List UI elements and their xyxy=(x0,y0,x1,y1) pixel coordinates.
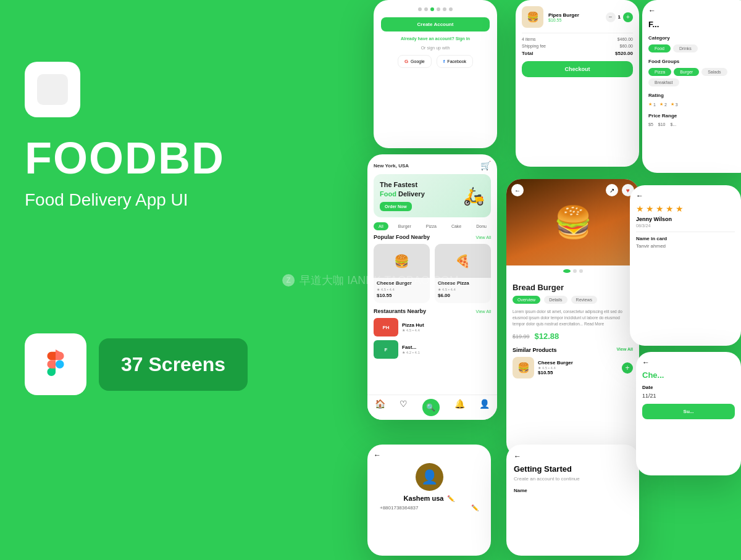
rating-label: Rating xyxy=(648,93,741,98)
google-btn[interactable]: G Google xyxy=(398,55,432,68)
cat-burger[interactable]: Burger xyxy=(393,222,416,230)
dot-5 xyxy=(443,7,446,11)
date-label: Date xyxy=(642,385,735,390)
rating-1[interactable]: ★ 1 xyxy=(648,102,656,107)
product-tabs: Overview Details Reviews xyxy=(513,296,633,304)
nav-home-icon[interactable]: 🏠 xyxy=(375,399,385,416)
cart-divider xyxy=(522,33,633,33)
review-field-label: Name in card xyxy=(636,236,735,241)
branding-section: 🍺 FOODBD Food Delivery App UI 37 Screens xyxy=(25,62,248,395)
cat-donu[interactable]: Donu xyxy=(471,222,492,230)
filter-back-btn[interactable]: ← xyxy=(648,6,741,15)
restaurants-list: PH Pizza Hut ★ 4.5 • 4.4 F Fast... ★ 4.2… xyxy=(367,318,497,366)
chip-salads[interactable]: Salads xyxy=(701,68,727,76)
restaurant-item-1[interactable]: PH Pizza Hut ★ 4.5 • 4.4 xyxy=(374,318,491,336)
hero-text-area: The FastestFood Delivery Order Now xyxy=(380,180,425,211)
cat-all[interactable]: All xyxy=(374,222,388,230)
screen-cart: 🍔 Pipes Burger $10.55 − 1 + 4 items xyxy=(516,0,639,167)
checkout-submit-btn[interactable]: Su... xyxy=(642,404,735,419)
product-back-btn[interactable]: ← xyxy=(511,184,524,196)
product-description: Lorem ipsum dolor sit amet, consectetur … xyxy=(513,309,633,327)
restaurant-item-2[interactable]: F Fast... ★ 4.2 • 4.1 xyxy=(374,340,491,359)
social-buttons: G Google f Facebook xyxy=(381,55,490,68)
chip-food[interactable]: Food xyxy=(648,44,671,52)
price-1: $5 xyxy=(648,122,653,127)
chip-drinks[interactable]: Drinks xyxy=(673,44,698,52)
qty-plus-btn[interactable]: + xyxy=(623,12,633,22)
screen-product: 🍔 ← ↗ ♥ Bread Burger Overview Details Re… xyxy=(506,179,639,457)
cart-icon[interactable]: 🛒 xyxy=(480,161,491,170)
tab-overview[interactable]: Overview xyxy=(513,296,540,304)
signup-dots xyxy=(381,7,490,11)
new-price: $12.88 xyxy=(535,332,559,341)
restaurants-section-header: Restaurants Nearby View All xyxy=(367,308,497,318)
profile-back-btn[interactable]: ← xyxy=(374,451,485,459)
rating-3[interactable]: ★ 3 xyxy=(671,102,678,107)
checkout-back-btn[interactable]: ← xyxy=(642,358,735,367)
price-row: $5 $10 $... xyxy=(648,122,741,127)
cat-pizza[interactable]: Pizza xyxy=(421,222,442,230)
create-account-btn[interactable]: Create Account xyxy=(381,17,490,31)
review-field-value: Tanvir ahmed xyxy=(636,243,735,249)
share-btn[interactable]: ↗ xyxy=(606,184,618,196)
date-value: 11/21 xyxy=(642,393,735,399)
checkout-btn[interactable]: Checkout xyxy=(522,61,633,77)
cart-total-row: Total $520.00 xyxy=(522,51,633,56)
checkout-title: Che... xyxy=(642,370,735,380)
product-dots xyxy=(506,265,639,277)
gs-back-btn[interactable]: ← xyxy=(514,452,632,461)
profile-phone: +8801738364837 ✏️ xyxy=(374,504,485,511)
ind-dot-1 xyxy=(563,269,571,273)
rating-2[interactable]: ★ 2 xyxy=(659,102,667,107)
similar-info-1: Cheese Burger ★ 4.5 • 4.4 $10.55 xyxy=(538,360,573,375)
app-subtitle: Food Delivery App UI xyxy=(25,190,248,210)
hero-banner: The FastestFood Delivery Order Now 🛵 xyxy=(374,174,491,217)
facebook-icon: f xyxy=(443,59,445,64)
review-back-btn[interactable]: ← xyxy=(636,191,735,200)
similar-item-1[interactable]: 🍔 Cheese Burger ★ 4.5 • 4.4 $10.55 + xyxy=(513,357,633,378)
nav-profile-icon[interactable]: 👤 xyxy=(479,399,490,416)
qty-minus-btn[interactable]: − xyxy=(606,12,616,22)
dot-4 xyxy=(437,7,440,11)
filter-content: ← F... Category Food Drinks Food Groups … xyxy=(642,0,741,133)
app-title: FOODBD xyxy=(25,136,248,180)
dot-2 xyxy=(424,7,428,11)
chip-pizza[interactable]: Pizza xyxy=(648,68,671,76)
restaurant-info-1: Pizza Hut ★ 4.5 • 4.4 xyxy=(402,322,424,332)
bottom-nav: 🏠 ♡ 🔍 🔔 👤 xyxy=(367,395,497,420)
similar-add-btn[interactable]: + xyxy=(622,362,633,374)
food-group-chips: Pizza Burger Salads Breakfast xyxy=(648,68,741,86)
chip-burger[interactable]: Burger xyxy=(674,68,699,76)
edit-icon[interactable]: ✏️ xyxy=(447,495,454,502)
cart-item-top: 🍔 Pipes Burger $10.55 − 1 + xyxy=(522,6,633,28)
cart-food-img-top: 🍔 xyxy=(522,6,543,28)
profile-content: ← 👤 Kashem usa ✏️ +8801738364837 ✏️ xyxy=(367,445,491,517)
tab-details[interactable]: Details xyxy=(544,296,567,304)
nav-heart-icon[interactable]: ♡ xyxy=(400,399,408,416)
tab-reviews[interactable]: Reviews xyxy=(571,296,597,304)
restaurant-logo-2: F xyxy=(374,340,398,359)
nav-search-icon[interactable]: 🔍 xyxy=(422,399,440,416)
chip-breakfast[interactable]: Breakfast xyxy=(648,78,679,86)
screens-badge: 37 Screens xyxy=(99,338,248,391)
nav-bell-icon[interactable]: 🔔 xyxy=(454,399,465,416)
ind-dot-3 xyxy=(579,269,583,273)
rating-row: ★ 1 ★ 2 ★ 3 xyxy=(648,102,741,107)
main-background: 🍺 FOODBD Food Delivery App UI 37 Screens… xyxy=(0,0,741,560)
dot-1 xyxy=(418,7,422,11)
review-content: ← ★★★★★ Jenny Wilson 08/3/24 Name in car… xyxy=(630,185,741,255)
edit-phone-icon[interactable]: ✏️ xyxy=(471,504,479,511)
review-date: 08/3/24 xyxy=(636,224,735,228)
order-now-btn[interactable]: Order Now xyxy=(380,202,412,211)
facebook-btn[interactable]: f Facebook xyxy=(437,55,473,68)
price-2: $10 xyxy=(658,122,666,127)
screen-profile: ← 👤 Kashem usa ✏️ +8801738364837 ✏️ xyxy=(367,445,491,556)
checkout-content: ← Che... Date 11/21 Su... xyxy=(636,352,741,425)
screen-filter: ← F... Category Food Drinks Food Groups … xyxy=(642,0,741,173)
dot-3 xyxy=(430,7,434,11)
dot-6 xyxy=(449,7,453,11)
cat-cake[interactable]: Cake xyxy=(446,222,466,230)
restaurant-info-2: Fast... ★ 4.2 • 4.1 xyxy=(402,345,420,354)
cart-totals: 4 items $460.00 Shipping fee $60.00 Tota… xyxy=(522,37,633,56)
figma-logo xyxy=(25,333,86,395)
